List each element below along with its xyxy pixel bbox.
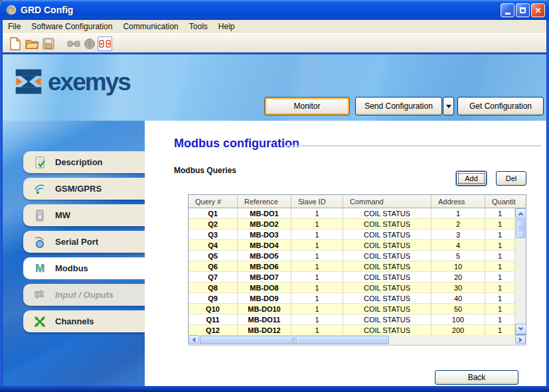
vertical-scrollbar[interactable] (514, 208, 526, 334)
save-button[interactable] (41, 36, 56, 51)
table-cell: MB-DO12 (238, 325, 291, 336)
table-row[interactable]: Q8MB-DO81COIL STATUS301 (189, 283, 514, 293)
send-configuration-button[interactable]: Send Configuration (355, 97, 442, 115)
vertical-scrollbar-track[interactable] (515, 239, 526, 324)
table-cell: Q12 (189, 325, 238, 336)
horizontal-scrollbar-track[interactable] (389, 335, 515, 345)
open-file-button[interactable] (25, 36, 39, 51)
add-button-label: Add (465, 174, 478, 182)
table-cell: 50 (431, 304, 485, 314)
column-header[interactable]: Slave ID (291, 195, 343, 208)
maximize-button[interactable] (516, 3, 530, 17)
table-cell: 1 (485, 219, 514, 229)
table-row[interactable]: Q5MB-DO51COIL STATUS51 (189, 251, 514, 261)
sidebar-item-gsm-gprs[interactable]: GSM/GPRS (23, 178, 145, 200)
table-row[interactable]: Q12MB-DO121COIL STATUS2001 (189, 325, 514, 336)
table-cell: 1 (485, 283, 514, 293)
column-header[interactable]: Command (343, 195, 431, 208)
horizontal-scrollbar[interactable] (188, 335, 526, 346)
new-file-icon (9, 37, 21, 50)
network-icon (84, 38, 96, 50)
table-cell: 1 (485, 251, 514, 261)
chevron-up-icon (518, 212, 523, 217)
table-cell: 5 (431, 251, 485, 261)
column-header[interactable]: Reference (238, 195, 291, 208)
connect-icon (67, 38, 80, 49)
table-cell: 2 (431, 219, 485, 229)
disconnect-button[interactable] (98, 36, 112, 51)
scroll-down-button[interactable] (515, 324, 526, 334)
monitor-button-label: Monitor (293, 101, 320, 111)
table-row[interactable]: Q10MB-DO101COIL STATUS501 (189, 304, 514, 314)
table-cell: Q7 (189, 272, 238, 283)
table-cell: 1 (291, 219, 343, 229)
monitor-button[interactable]: Monitor (264, 97, 350, 115)
content-panel: Modbus configuration Modbus Queries Add … (145, 121, 546, 386)
minimize-icon (505, 13, 510, 15)
column-header[interactable]: Quantit (485, 195, 526, 208)
connect-button[interactable] (66, 36, 81, 51)
get-configuration-label: Get Configuration (469, 101, 532, 111)
vertical-scrollbar-thumb[interactable] (516, 220, 525, 238)
table-cell: 1 (485, 293, 514, 304)
table-cell: Q5 (189, 251, 238, 261)
menu-help[interactable]: Help (213, 21, 240, 33)
section-label: Modbus Queries (174, 166, 236, 175)
table-row[interactable]: Q9MB-DO91COIL STATUS401 (189, 293, 514, 304)
table-cell: 30 (431, 283, 485, 293)
add-button[interactable]: Add (456, 171, 487, 186)
horizontal-scrollbar-thumb[interactable] (200, 336, 389, 344)
device-icon (33, 208, 47, 223)
sidebar-item-channels[interactable]: Channels (23, 310, 145, 332)
table-cell: COIL STATUS (343, 251, 431, 261)
description-icon (33, 155, 47, 170)
scroll-up-button[interactable] (515, 208, 526, 219)
column-header[interactable]: Address (431, 195, 485, 208)
network-button[interactable] (82, 36, 97, 51)
title-bar[interactable]: GRD Config ✕ (0, 0, 549, 20)
table-cell: 1 (485, 325, 514, 336)
back-button-label: Back (468, 373, 486, 382)
table-cell: Q2 (189, 219, 238, 229)
column-header[interactable]: Query # (189, 195, 238, 208)
page-title: Modbus configuration (174, 137, 299, 151)
title-divider (284, 145, 541, 147)
table-cell: MB-DO1 (238, 208, 291, 219)
menu-software-configuration[interactable]: Software Configuration (26, 21, 118, 33)
open-folder-icon (25, 38, 39, 50)
table-row[interactable]: Q2MB-DO21COIL STATUS21 (189, 219, 514, 229)
minimize-button[interactable] (501, 3, 514, 17)
table-cell: 3 (431, 229, 485, 240)
menu-file[interactable]: File (3, 21, 26, 33)
table-cell: MB-DO11 (238, 314, 291, 325)
table-row[interactable]: Q3MB-DO31COIL STATUS31 (189, 229, 514, 240)
table-row[interactable]: Q7MB-DO71COIL STATUS201 (189, 272, 514, 283)
toolbar (3, 33, 546, 52)
sidebar-item-modbus[interactable]: M Modbus (23, 257, 145, 279)
table-cell: 1 (291, 314, 343, 325)
header-band: exemys Monitor Send Configuration Get Co… (3, 52, 546, 121)
maximize-icon (520, 7, 526, 13)
sidebar-label: GSM/GPRS (55, 184, 102, 194)
table-cell: 1 (485, 208, 514, 219)
menu-tools[interactable]: Tools (184, 21, 213, 33)
table-cell: MB-DO6 (238, 261, 291, 272)
new-file-button[interactable] (8, 36, 23, 51)
sidebar-label: Description (55, 157, 103, 167)
del-button[interactable]: Del (496, 171, 526, 186)
send-configuration-dropdown-button[interactable] (443, 97, 454, 115)
back-button[interactable]: Back (435, 370, 518, 385)
get-configuration-button[interactable]: Get Configuration (457, 97, 544, 115)
sidebar-item-description[interactable]: Description (23, 151, 145, 173)
menu-communication[interactable]: Communication (118, 21, 183, 33)
table-row[interactable]: Q6MB-DO61COIL STATUS101 (189, 261, 514, 272)
table-row[interactable]: Q1MB-DO11COIL STATUS11 (189, 208, 514, 219)
sidebar-item-mw[interactable]: MW (23, 204, 145, 226)
sidebar-label: Channels (55, 316, 94, 326)
scroll-left-button[interactable] (189, 335, 199, 344)
scroll-right-button[interactable] (515, 335, 526, 344)
sidebar-item-serial-port[interactable]: Serial Port (23, 231, 145, 253)
table-row[interactable]: Q4MB-DO41COIL STATUS41 (189, 240, 514, 251)
table-row[interactable]: Q11MB-DO111COIL STATUS1001 (189, 314, 514, 325)
close-button[interactable]: ✕ (531, 3, 545, 17)
